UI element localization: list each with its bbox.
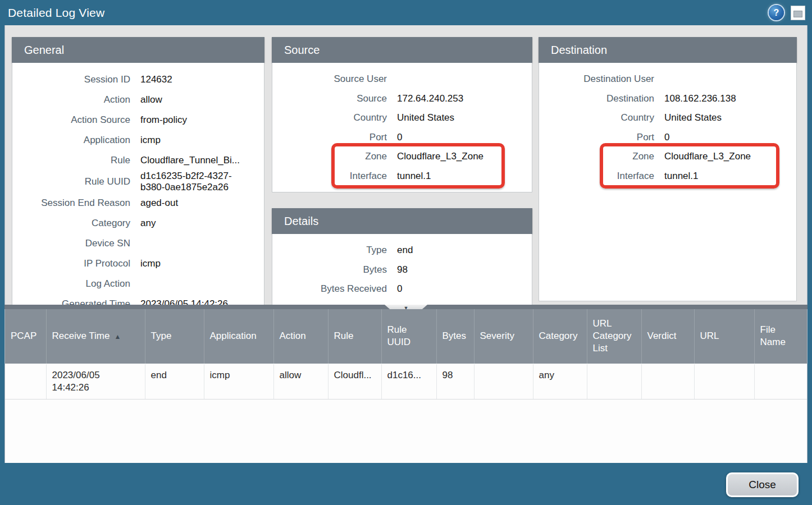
cell-type: end	[145, 364, 204, 399]
column-header-file-name[interactable]: File Name	[754, 309, 807, 364]
column-header-receive-time[interactable]: Receive Time▲	[46, 309, 145, 364]
field-value: 0	[664, 132, 794, 143]
destination-panel: Destination Destination User Destination…	[539, 37, 797, 63]
field-row-device-sn: Device SN	[12, 233, 262, 254]
column-label: Receive Time	[52, 330, 110, 341]
log-table: PCAP Receive Time▲ Type Application Acti…	[5, 309, 807, 400]
field-label: Device SN	[12, 238, 130, 249]
field-row-source-user: Source User	[272, 70, 530, 89]
cell-pcap	[5, 364, 46, 399]
field-value: United States	[397, 112, 530, 123]
field-label: Zone	[272, 151, 387, 162]
field-value: 0	[397, 132, 530, 143]
field-row-source: Source 172.64.240.253	[272, 89, 530, 109]
destination-zone-highlight-group: Zone Cloudflare_L3_Zone Interface tunnel…	[539, 147, 794, 186]
field-row-application: Application icmp	[12, 130, 262, 150]
detailed-log-view-dialog: Detailed Log View ? General Session ID 1…	[0, 0, 812, 505]
field-value: 124632	[140, 74, 262, 85]
field-value: 108.162.236.138	[664, 93, 794, 104]
field-value: Cloudflare_L3_Zone	[664, 151, 794, 162]
cell-verdict	[641, 364, 694, 399]
source-panel-body: Source User Source 172.64.240.253 Countr…	[272, 63, 532, 192]
column-header-category[interactable]: Category	[533, 309, 587, 364]
field-value: from-policy	[140, 114, 262, 126]
field-label: Source	[272, 93, 387, 104]
field-row-action: Action allow	[12, 90, 262, 110]
log-table-row[interactable]: 2023/06/05 14:42:26 end icmp allow Cloud…	[5, 364, 807, 399]
field-value: icmp	[140, 135, 262, 146]
field-value: allow	[140, 94, 262, 105]
column-label: File Name	[760, 324, 786, 347]
column-header-url[interactable]: URL	[694, 309, 754, 364]
cell-bytes: 98	[436, 364, 474, 399]
field-value: 98	[397, 264, 530, 276]
source-panel-header: Source	[272, 37, 532, 63]
column-label: Action	[280, 330, 306, 341]
cell-action: allow	[273, 364, 328, 399]
field-label: Action Source	[12, 114, 130, 126]
field-label: Action	[12, 94, 130, 105]
field-label: Rule UUID	[12, 176, 130, 187]
field-row-source-port: Port 0	[272, 128, 530, 148]
column-header-verdict[interactable]: Verdict	[641, 309, 694, 364]
field-label: Interface	[539, 171, 654, 182]
field-label: Session ID	[12, 74, 130, 85]
column-label: URL Category List	[593, 318, 632, 354]
field-row-ip-protocol: IP Protocol icmp	[12, 254, 262, 274]
cell-url	[694, 364, 754, 399]
log-detail-panels-area: General Session ID 124632 Action allow A…	[4, 25, 808, 305]
titlebar-icons: ?	[769, 5, 805, 20]
column-header-pcap[interactable]: PCAP	[5, 309, 46, 364]
cell-file-name	[754, 364, 807, 399]
field-row-source-zone: Zone Cloudflare_L3_Zone	[272, 147, 530, 167]
column-header-url-category-list[interactable]: URL Category List	[587, 309, 641, 364]
column-header-type[interactable]: Type	[145, 309, 204, 364]
field-label: Log Action	[12, 278, 130, 290]
field-value: tunnel.1	[397, 171, 530, 182]
field-value: 0	[397, 283, 530, 295]
field-label: Bytes	[272, 264, 387, 276]
details-panel-header: Details	[272, 208, 532, 234]
field-label: Interface	[272, 171, 387, 182]
details-panel-body: Type end Bytes 98 Bytes Received 0	[272, 234, 532, 305]
field-row-source-interface: Interface tunnel.1	[272, 167, 530, 186]
field-row-session-end-reason: Session End Reason aged-out	[12, 193, 262, 213]
column-header-rule[interactable]: Rule	[328, 309, 381, 364]
field-row-destination: Destination 108.162.236.138	[539, 89, 794, 109]
general-panel-body: Session ID 124632 Action allow Action So…	[12, 63, 264, 305]
dialog-title: Detailed Log View	[8, 6, 769, 20]
column-header-action[interactable]: Action	[273, 309, 328, 364]
cell-url-category-list	[587, 364, 641, 399]
restore-window-icon[interactable]	[791, 6, 805, 20]
field-row-destination-zone: Zone Cloudflare_L3_Zone	[539, 147, 794, 167]
restore-window-icon-inner	[793, 11, 802, 17]
source-zone-highlight-group: Zone Cloudflare_L3_Zone Interface tunnel…	[272, 147, 530, 186]
column-header-bytes[interactable]: Bytes	[436, 309, 474, 364]
field-label: Generated Time	[12, 299, 130, 305]
field-row-destination-interface: Interface tunnel.1	[539, 167, 794, 186]
general-panel-header: General	[12, 37, 264, 63]
table-header-row: PCAP Receive Time▲ Type Application Acti…	[5, 309, 807, 364]
column-header-application[interactable]: Application	[204, 309, 273, 364]
panel-splitter[interactable]: ▼	[4, 305, 808, 309]
cell-rule-uuid: d1c16...	[381, 364, 436, 399]
field-label: Port	[539, 132, 654, 143]
column-label: Category	[539, 330, 578, 341]
field-row-bytes: Bytes 98	[272, 260, 530, 280]
field-row-generated-time: Generated Time 2023/06/05 14:42:26	[12, 294, 262, 305]
cell-rule: Cloudfl...	[328, 364, 381, 399]
column-header-rule-uuid[interactable]: Rule UUID	[381, 309, 436, 364]
close-button[interactable]: Close	[726, 472, 799, 497]
field-row-source-country: Country United States	[272, 108, 530, 128]
field-label: IP Protocol	[12, 258, 130, 269]
destination-panel-header: Destination	[539, 37, 797, 63]
cell-application: icmp	[204, 364, 273, 399]
help-icon[interactable]: ?	[769, 5, 784, 20]
field-value: icmp	[140, 258, 262, 269]
column-header-severity[interactable]: Severity	[474, 309, 533, 364]
source-panel: Source Source User Source 172.64.240.253…	[272, 37, 532, 63]
field-value: Cloudflare_Tunnel_Bi...	[140, 155, 262, 166]
field-value: 2023/06/05 14:42:26	[140, 299, 262, 305]
field-row-rule-uuid: Rule UUID d1c16235-b2f2-4327-b380-0ae187…	[12, 171, 262, 193]
field-value: United States	[664, 112, 794, 123]
